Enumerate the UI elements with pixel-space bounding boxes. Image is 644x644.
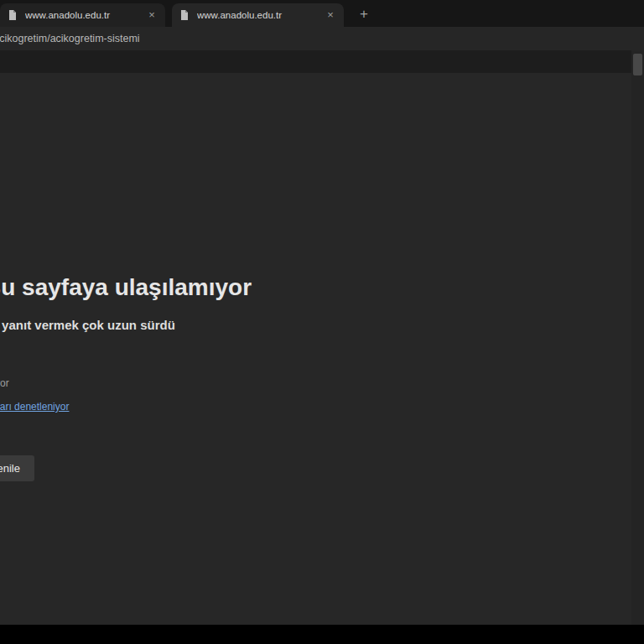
error-page: Bu sayfaya ulaşılamıyor www.anadolu.edu.… bbox=[0, 73, 644, 625]
checking-connection-text: Bağlantı denetleniyor bbox=[0, 377, 9, 389]
scrollbar[interactable] bbox=[631, 50, 644, 625]
browser-window: www.anadolu.edu.tr × www.anadolu.edu.tr … bbox=[0, 0, 644, 625]
tab-title: www.anadolu.edu.tr bbox=[25, 10, 145, 20]
browser-tab-2[interactable]: www.anadolu.edu.tr × bbox=[172, 3, 344, 27]
default-page-favicon-icon bbox=[7, 9, 18, 21]
checking-proxy-firewall-link[interactable]: Proxy ve güvenlik duvarı denetleniyor bbox=[0, 401, 69, 413]
scrollbar-thumb[interactable] bbox=[633, 54, 642, 75]
url-text[interactable]: www.anadolu.edu.tr/acikogretim/acikogret… bbox=[0, 33, 140, 44]
toolbar-lower-band bbox=[0, 50, 644, 73]
address-bar[interactable]: www.anadolu.edu.tr/acikogretim/acikogret… bbox=[0, 27, 644, 50]
tab-strip: www.anadolu.edu.tr × www.anadolu.edu.tr … bbox=[0, 0, 644, 27]
browser-tab-1[interactable]: www.anadolu.edu.tr × bbox=[0, 3, 165, 27]
new-tab-button[interactable]: + bbox=[356, 6, 372, 23]
error-subtitle: www.anadolu.edu.tr yanıt vermek çok uzun… bbox=[0, 318, 175, 332]
tab-title: www.anadolu.edu.tr bbox=[197, 10, 324, 20]
default-page-favicon-icon bbox=[179, 9, 190, 21]
error-title: Bu sayfaya ulaşılamıyor bbox=[0, 274, 252, 301]
refresh-button[interactable]: Yenile bbox=[0, 455, 34, 481]
close-tab-icon[interactable]: × bbox=[324, 8, 337, 22]
close-tab-icon[interactable]: × bbox=[145, 8, 158, 22]
